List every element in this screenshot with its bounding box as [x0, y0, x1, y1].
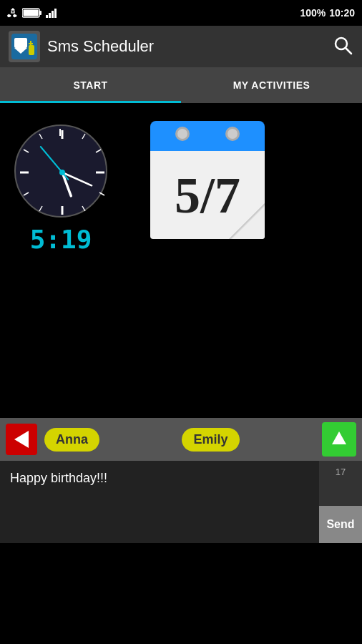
calendar-icon: 5/7 — [150, 121, 265, 239]
svg-line-29 — [39, 134, 42, 139]
status-time: 10:20 — [329, 7, 355, 19]
search-button[interactable] — [332, 34, 353, 59]
svg-point-0 — [9, 15, 11, 17]
calendar-top — [150, 121, 265, 151]
svg-rect-8 — [52, 11, 54, 18]
send-icon — [332, 431, 346, 444]
svg-line-34 — [41, 147, 62, 172]
svg-point-1 — [15, 15, 17, 17]
app-title: Sms Scheduler — [47, 37, 154, 56]
clock-face — [14, 125, 107, 218]
tab-start[interactable]: START — [0, 67, 181, 103]
svg-line-27 — [24, 192, 29, 195]
search-icon — [332, 34, 353, 56]
calendar-ring-right — [225, 127, 240, 141]
delete-button[interactable] — [6, 424, 37, 455]
app-bar: Sms Scheduler — [0, 26, 362, 67]
recipients-bar: Anna Emily — [0, 418, 362, 461]
svg-rect-5 — [24, 10, 39, 16]
status-bar: 100% 10:20 — [0, 0, 362, 26]
delete-icon — [14, 431, 29, 448]
main-content: 5:19 5/7 — [0, 103, 362, 418]
recipient-chip-anna[interactable]: Anna — [44, 428, 99, 452]
svg-line-28 — [24, 150, 29, 152]
message-area: 17 Send — [0, 461, 362, 543]
svg-rect-11 — [14, 38, 27, 48]
svg-line-17 — [346, 48, 351, 54]
send-text-button[interactable]: Send — [319, 506, 362, 543]
status-bar-right: 100% 10:20 — [300, 7, 355, 19]
signal-icon — [46, 8, 59, 18]
calendar-date: 5/7 — [175, 170, 240, 221]
svg-rect-7 — [49, 13, 51, 18]
app-icon — [9, 31, 40, 62]
svg-rect-2 — [11, 11, 14, 13]
svg-line-26 — [39, 206, 42, 211]
usb-icon — [7, 7, 19, 19]
svg-rect-9 — [54, 9, 57, 18]
svg-line-24 — [99, 192, 104, 195]
app-bar-left: Sms Scheduler — [9, 31, 154, 62]
svg-point-36 — [59, 170, 65, 175]
status-bar-left — [7, 7, 59, 19]
message-input[interactable] — [0, 461, 319, 543]
svg-line-25 — [82, 206, 85, 211]
tab-my-activities[interactable]: MY ACTIVITIES — [181, 67, 362, 103]
clock-container: 5:19 — [14, 125, 107, 254]
message-side: 17 Send — [319, 461, 362, 543]
recipient-chip-emily[interactable]: Emily — [182, 428, 239, 452]
send-button[interactable] — [322, 422, 356, 457]
battery-status-icon — [22, 8, 42, 18]
svg-line-22 — [82, 134, 85, 139]
svg-line-23 — [96, 150, 101, 152]
battery-percentage: 100% — [300, 7, 326, 19]
char-count: 17 — [336, 461, 346, 477]
calendar-ring-left — [175, 127, 190, 141]
calendar-body: 5/7 — [150, 151, 265, 239]
svg-rect-6 — [46, 15, 48, 18]
tabs: START MY ACTIVITIES — [0, 67, 362, 103]
clock-time-display: 5:19 — [30, 225, 92, 254]
svg-rect-4 — [39, 11, 41, 15]
